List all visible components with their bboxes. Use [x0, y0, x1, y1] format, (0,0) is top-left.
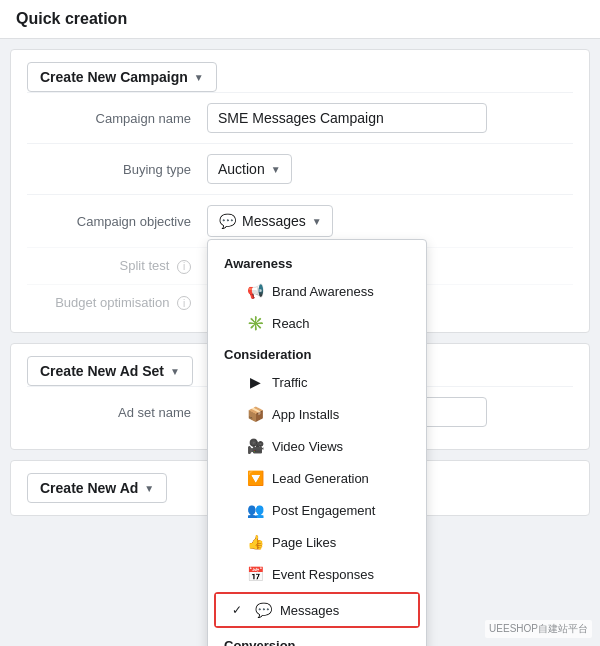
event-responses-label: Event Responses: [272, 567, 374, 582]
conversion-group-label: Conversion: [208, 630, 426, 646]
consideration-group-label: Consideration: [208, 339, 426, 366]
watermark: UEESHOP自建站平台: [485, 620, 592, 638]
lead-generation-icon: 🔽: [246, 469, 264, 487]
traffic-icon: ▶: [246, 373, 264, 391]
lead-generation-item[interactable]: 🔽 Lead Generation: [208, 462, 426, 494]
messages-selected-wrapper: ✓ 💬 Messages: [214, 592, 420, 628]
post-engagement-label: Post Engagement: [272, 503, 375, 518]
messages-icon: 💬: [218, 212, 236, 230]
page-likes-item[interactable]: 👍 Page Likes: [208, 526, 426, 558]
campaign-objective-label: Campaign objective: [27, 214, 207, 229]
page-likes-label: Page Likes: [272, 535, 336, 550]
buying-type-label: Buying type: [27, 162, 207, 177]
traffic-label: Traffic: [272, 375, 307, 390]
create-ad-set-label: Create New Ad Set: [40, 363, 164, 379]
split-test-info-icon[interactable]: i: [177, 260, 191, 274]
create-ad-label: Create New Ad: [40, 480, 138, 496]
buying-type-control: Auction ▼: [207, 154, 573, 184]
lead-generation-label: Lead Generation: [272, 471, 369, 486]
buying-type-row: Buying type Auction ▼: [27, 143, 573, 194]
app-installs-item[interactable]: 📦 App Installs: [208, 398, 426, 430]
campaign-objective-row: Campaign objective 💬 Messages ▼ Awarenes…: [27, 194, 573, 247]
campaign-name-input[interactable]: [207, 103, 487, 133]
ad-btn-chevron-icon: ▼: [144, 483, 154, 494]
reach-icon: ✳️: [246, 314, 264, 332]
video-views-item[interactable]: 🎥 Video Views: [208, 430, 426, 462]
create-new-ad-set-button[interactable]: Create New Ad Set ▼: [27, 356, 193, 386]
campaign-section: Create New Campaign ▼ Campaign name Buyi…: [10, 49, 590, 333]
page-likes-icon: 👍: [246, 533, 264, 551]
reach-label: Reach: [272, 316, 310, 331]
budget-optimisation-label: Budget optimisation i: [27, 295, 207, 311]
campaign-objective-control: 💬 Messages ▼ Awareness 📢 Brand Awareness…: [207, 205, 573, 237]
create-new-ad-button[interactable]: Create New Ad ▼: [27, 473, 167, 503]
campaign-name-label: Campaign name: [27, 111, 207, 126]
reach-item[interactable]: ✳️ Reach: [208, 307, 426, 339]
objective-chevron-icon: ▼: [312, 216, 322, 227]
traffic-item[interactable]: ▶ Traffic: [208, 366, 426, 398]
campaign-name-control: [207, 103, 573, 133]
messages-dropdown-icon: 💬: [254, 601, 272, 619]
objective-value: Messages: [242, 213, 306, 229]
post-engagement-icon: 👥: [246, 501, 264, 519]
event-responses-item[interactable]: 📅 Event Responses: [208, 558, 426, 590]
app-installs-label: App Installs: [272, 407, 339, 422]
ad-set-name-label: Ad set name: [27, 405, 207, 420]
brand-awareness-item[interactable]: 📢 Brand Awareness: [208, 275, 426, 307]
app-installs-icon: 📦: [246, 405, 264, 423]
video-views-icon: 🎥: [246, 437, 264, 455]
messages-label: Messages: [280, 603, 339, 618]
messages-item[interactable]: ✓ 💬 Messages: [216, 594, 418, 626]
brand-awareness-icon: 📢: [246, 282, 264, 300]
buying-type-value: Auction: [218, 161, 265, 177]
objective-dropdown-menu: Awareness 📢 Brand Awareness ✳️ Reach Con…: [207, 239, 427, 646]
messages-check: ✓: [232, 603, 246, 617]
buying-type-chevron-icon: ▼: [271, 164, 281, 175]
awareness-group-label: Awareness: [208, 248, 426, 275]
buying-type-dropdown[interactable]: Auction ▼: [207, 154, 292, 184]
create-new-campaign-button[interactable]: Create New Campaign ▼: [27, 62, 217, 92]
brand-awareness-label: Brand Awareness: [272, 284, 374, 299]
event-responses-icon: 📅: [246, 565, 264, 583]
page-title: Quick creation: [16, 10, 584, 28]
post-engagement-item[interactable]: 👥 Post Engagement: [208, 494, 426, 526]
campaign-objective-dropdown[interactable]: 💬 Messages ▼: [207, 205, 333, 237]
campaign-name-row: Campaign name: [27, 92, 573, 143]
video-views-label: Video Views: [272, 439, 343, 454]
split-test-label: Split test i: [27, 258, 207, 274]
budget-optimisation-info-icon[interactable]: i: [177, 296, 191, 310]
ad-set-btn-chevron-icon: ▼: [170, 366, 180, 377]
page-header: Quick creation: [0, 0, 600, 39]
create-campaign-label: Create New Campaign: [40, 69, 188, 85]
campaign-btn-chevron-icon: ▼: [194, 72, 204, 83]
